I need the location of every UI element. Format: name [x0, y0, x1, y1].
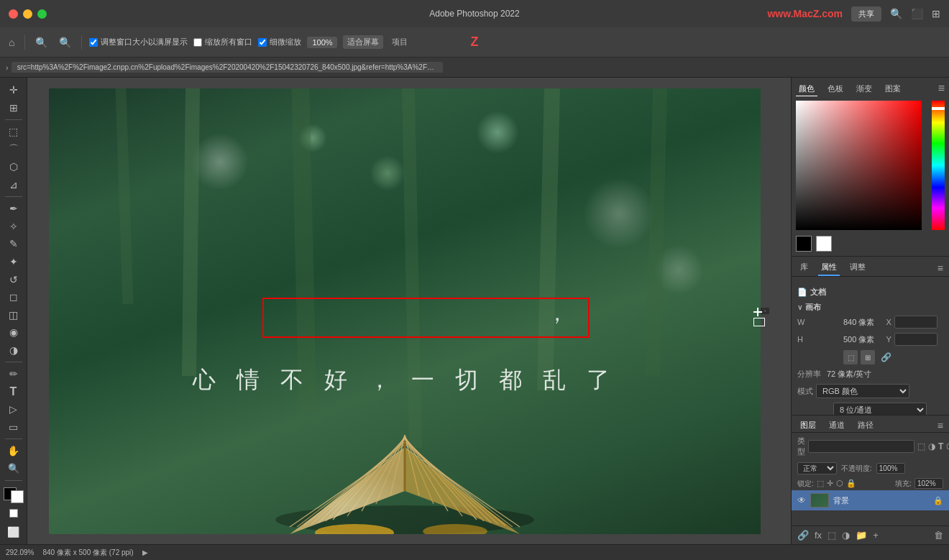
zoom-tool[interactable]: 🔍: [4, 461, 24, 477]
history-brush-tool[interactable]: ↺: [4, 271, 24, 288]
close-button[interactable]: [9, 9, 18, 19]
add-layer-icon[interactable]: +: [871, 528, 880, 542]
spot-heal-tool[interactable]: ✧: [4, 219, 24, 235]
shape-filter-icon[interactable]: ⬡: [946, 441, 949, 451]
tab-channels[interactable]: 通道: [826, 418, 848, 432]
layer-background[interactable]: 👁 背景 🔒: [792, 490, 949, 510]
tab-swatches[interactable]: 色板: [825, 82, 846, 96]
layout-icon[interactable]: ⬛: [911, 8, 923, 19]
pixel-filter-icon[interactable]: ⬚: [917, 441, 925, 451]
add-mask-icon[interactable]: ⬚: [826, 528, 838, 542]
lock-pixels-icon[interactable]: ⬚: [817, 479, 824, 488]
path-select-tool[interactable]: ▷: [4, 401, 24, 418]
tab-properties[interactable]: 属性: [818, 260, 840, 276]
book-illustration: [261, 347, 549, 534]
eyedropper-tool[interactable]: ✒: [4, 201, 24, 217]
canvas-size-icon[interactable]: ⬚: [843, 350, 858, 364]
dodge-tool[interactable]: ◑: [4, 342, 24, 359]
select-subject-tool[interactable]: ⬡: [4, 159, 24, 175]
mode-select[interactable]: RGB 颜色: [816, 384, 909, 398]
gradient-tool[interactable]: ◫: [4, 306, 24, 323]
background-swatch[interactable]: [816, 236, 832, 252]
foreground-swatch[interactable]: [796, 236, 812, 252]
eraser-tool[interactable]: ◻: [4, 289, 24, 306]
adjustment-filter-icon[interactable]: ◑: [928, 441, 935, 451]
type-tool[interactable]: T: [4, 383, 24, 400]
lock-all-icon[interactable]: 🔒: [846, 479, 856, 488]
marquee-tool[interactable]: ⬚: [4, 124, 24, 140]
add-style-icon[interactable]: fx: [813, 528, 823, 542]
color-picker-area[interactable]: [796, 101, 945, 230]
depth-select[interactable]: 8 位/通道: [833, 403, 927, 415]
opacity-input[interactable]: [876, 463, 905, 474]
tab-paths[interactable]: 路径: [855, 418, 876, 432]
fit-screen-button[interactable]: 适合屏幕: [343, 35, 383, 49]
tab-color[interactable]: 颜色: [796, 82, 817, 96]
zoom-all-windows-checkbox[interactable]: [193, 38, 202, 47]
subtle-zoom-checkbox-label[interactable]: 细微缩放: [258, 37, 301, 47]
lasso-tool[interactable]: ⌒: [4, 142, 24, 158]
artboard-tool[interactable]: ⊞: [4, 100, 24, 116]
tab-patterns[interactable]: 图案: [882, 82, 904, 96]
search-icon[interactable]: 🔍: [890, 8, 902, 19]
layers-bottom-toolbar: 🔗 fx ⬚ ◑ 📁 + 🗑: [792, 525, 949, 544]
tab-layers[interactable]: 图层: [797, 418, 819, 432]
color-gradient[interactable]: [796, 101, 922, 230]
brush-tool[interactable]: ✎: [4, 236, 24, 252]
pen-tool[interactable]: ✏: [4, 366, 24, 382]
add-group-icon[interactable]: 📁: [854, 528, 868, 542]
title-bar: Adobe Photoshop 2022 www.MacZ.com 共享 🔍 ⬛…: [0, 0, 949, 27]
subtle-zoom-checkbox[interactable]: [258, 38, 267, 47]
zoom-status: 292.09%: [6, 548, 34, 556]
crop-tool[interactable]: ⊿: [4, 177, 24, 193]
zoom-input[interactable]: [307, 37, 337, 48]
document-tab[interactable]: src=http%3A%2F%2Fimage2.cnpp.cn%2Fupload…: [12, 62, 443, 73]
zoom-out-icon[interactable]: 🔍: [32, 35, 50, 50]
tool-sep-2: [5, 196, 22, 197]
layer-visibility-icon[interactable]: 👁: [797, 495, 806, 505]
minimize-button[interactable]: [23, 9, 32, 19]
type-filter-icon[interactable]: T: [938, 441, 943, 451]
canvas-area[interactable]: ， 心 情 不 好 ， 一 切 都 乱 了: [27, 78, 791, 544]
hand-tool[interactable]: ✋: [4, 443, 24, 459]
lock-artboard-icon[interactable]: ⬡: [836, 479, 843, 488]
home-icon[interactable]: ⌂: [6, 35, 17, 50]
quick-mask-icon[interactable]: [9, 509, 18, 518]
clone-stamp-tool[interactable]: ✦: [4, 254, 24, 270]
y-input[interactable]: [894, 333, 937, 346]
blend-mode-select[interactable]: 正常: [797, 462, 837, 474]
zoom-in-icon[interactable]: 🔍: [56, 35, 74, 50]
layers-search-input[interactable]: [808, 440, 914, 453]
shape-tool[interactable]: ▭: [4, 419, 24, 436]
arrow-indicator[interactable]: ▶: [142, 548, 148, 556]
fit-window-checkbox[interactable]: [89, 38, 98, 47]
blur-tool[interactable]: ◉: [4, 324, 24, 341]
background-color[interactable]: [11, 490, 24, 503]
link-icon[interactable]: 🔗: [881, 352, 891, 362]
color-panel-menu[interactable]: ≡: [938, 82, 945, 96]
x-input[interactable]: [894, 316, 937, 329]
more-icon[interactable]: ⊞: [932, 8, 940, 19]
move-tool[interactable]: ✛: [4, 82, 24, 98]
layers-panel-menu[interactable]: ≡: [937, 420, 943, 431]
link-layers-icon[interactable]: 🔗: [796, 528, 810, 542]
screen-mode-icon[interactable]: ⬜: [4, 524, 24, 541]
fill-input[interactable]: [914, 478, 943, 489]
share-button[interactable]: 共享: [851, 6, 881, 22]
fit-window-checkbox-label[interactable]: 调整窗口大小以满屏显示: [89, 37, 188, 47]
maximize-button[interactable]: [37, 9, 47, 19]
prop-panel-menu[interactable]: ≡: [937, 262, 943, 274]
zoom-all-windows-checkbox-label[interactable]: 缩放所有窗口: [193, 37, 252, 47]
height-row: H 500 像素 Y: [797, 333, 943, 346]
color-spectrum[interactable]: [932, 101, 945, 230]
tab-library[interactable]: 库: [797, 260, 811, 276]
tab-gradients[interactable]: 渐变: [853, 82, 875, 96]
lock-position-icon[interactable]: ✛: [827, 479, 833, 488]
add-adjustment-icon[interactable]: ◑: [840, 528, 851, 542]
link-row: ⬚ ⊞ 🔗: [797, 350, 943, 364]
delete-layer-icon[interactable]: 🗑: [932, 528, 945, 542]
image-size-icon[interactable]: ⊞: [861, 350, 875, 364]
tab-adjustments[interactable]: 调整: [847, 260, 868, 276]
color-selector[interactable]: [4, 487, 24, 504]
window-controls[interactable]: [9, 9, 47, 19]
